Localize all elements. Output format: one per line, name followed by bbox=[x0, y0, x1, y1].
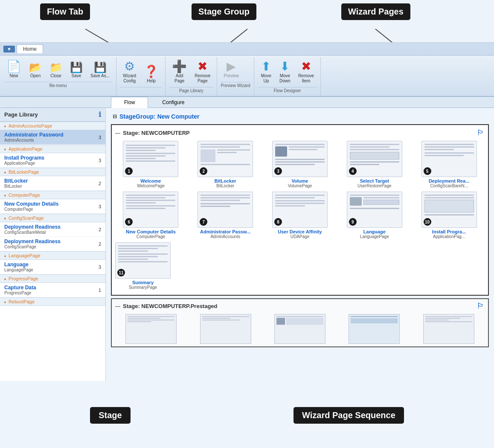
page-wrapper: Flow Tab Stage Group Wizard Pages ▼ Home… bbox=[0, 0, 494, 448]
page-card-10[interactable]: 10 Install Progra... ApplicationPag... bbox=[413, 192, 485, 239]
sidebar-item-admin-pwd[interactable]: Administrator Password AdminAccounts 3 bbox=[0, 130, 105, 145]
sidebar-category-computer[interactable]: ComputerPage bbox=[0, 191, 105, 199]
sidebar-item-bitlocker[interactable]: BitLocker BitLocker 2 bbox=[0, 176, 105, 191]
quick-access-btn[interactable]: ▼ bbox=[3, 46, 15, 52]
open-button[interactable]: 📂 Open bbox=[26, 61, 45, 80]
page-thumb-11: 11 bbox=[115, 242, 171, 279]
open-icon: 📂 bbox=[29, 62, 42, 73]
remove-item-label: RemoveItem bbox=[298, 73, 314, 84]
info-icon[interactable]: ℹ bbox=[99, 111, 101, 119]
preview-button[interactable]: ▶ Preview bbox=[221, 59, 242, 80]
sidebar-category-bitlocker[interactable]: BitLockerPage bbox=[0, 168, 105, 176]
page-card-4[interactable]: 4 Select Target UserRestorePage bbox=[339, 141, 410, 188]
stage-2-collapse-btn[interactable]: — bbox=[115, 303, 120, 309]
page-card-7[interactable]: 7 Administrator Passw... AdminAccounts bbox=[190, 192, 261, 239]
move-up-button[interactable]: ⬆ MoveUp bbox=[258, 59, 275, 85]
sidebar-category-progress[interactable]: ProgressPage bbox=[0, 274, 105, 283]
sidebar-item-deploy-ready-1[interactable]: Deployment Readiness ConfigScanBareMetal… bbox=[0, 222, 105, 237]
wizard-config-group-label bbox=[120, 87, 162, 94]
preview-buttons: ▶ Preview bbox=[221, 59, 250, 80]
sidebar-item-capture-data[interactable]: Capture Data ProgressPage 1 bbox=[0, 283, 105, 297]
sidebar-item-deploy-ready-2[interactable]: Deployment Readiness ConfigScanPage 2 bbox=[0, 237, 105, 251]
sidebar-category-app-label: ApplicationPage bbox=[9, 146, 43, 151]
sidebar-category-language[interactable]: LanguagePage bbox=[0, 251, 105, 260]
page-card-1[interactable]: 1 Welcome WelcomePage bbox=[115, 141, 186, 188]
sidebar: Page Library ℹ AdminAccountsPage Adminis… bbox=[0, 108, 106, 381]
home-tab-btn[interactable]: Home bbox=[17, 44, 43, 53]
move-up-icon: ⬆ bbox=[261, 61, 271, 73]
page-sub-4: UserRestorePage bbox=[357, 183, 391, 188]
wizard-config-icon: ⚙ bbox=[124, 61, 135, 73]
page-thumb-6: 6 bbox=[123, 192, 178, 228]
sidebar-category-admin-label: AdminAccountsPage bbox=[9, 123, 52, 128]
move-down-button[interactable]: ⬇ MoveDown bbox=[276, 59, 293, 85]
prestaged-page-2[interactable] bbox=[189, 314, 261, 344]
page-card-3[interactable]: 3 Volume VolumePage bbox=[264, 141, 336, 188]
remove-item-button[interactable]: ✖ RemoveItem bbox=[295, 59, 317, 85]
page-card-9[interactable]: 9 Language LanguagePage bbox=[339, 192, 410, 239]
save-icon: 💾 bbox=[70, 62, 83, 73]
page-thumb-10: 10 bbox=[421, 192, 477, 228]
sidebar-category-bitlocker-label: BitLockerPage bbox=[9, 169, 39, 175]
save-label: Save bbox=[72, 73, 81, 79]
configure-tab[interactable]: Configure bbox=[149, 97, 198, 108]
flow-tab[interactable]: Flow bbox=[111, 97, 148, 108]
add-page-icon: ➕ bbox=[172, 61, 187, 73]
remove-page-button[interactable]: ✖ RemovePage bbox=[192, 59, 213, 85]
help-button[interactable]: ❓ Help bbox=[141, 64, 162, 85]
page-library-group: ➕ AddPage ✖ RemovePage Page Library bbox=[166, 57, 217, 96]
prestaged-page-3[interactable] bbox=[264, 314, 336, 344]
page-sub-6: ComputerPage bbox=[137, 234, 165, 239]
add-page-button[interactable]: ➕ AddPage bbox=[169, 59, 190, 85]
prestaged-page-4[interactable] bbox=[338, 314, 410, 344]
sidebar-category-admin[interactable]: AdminAccountsPage bbox=[0, 122, 105, 130]
page-name-11: Summary bbox=[132, 280, 154, 285]
page-num-9: 9 bbox=[349, 218, 357, 226]
sidebar-item-install-prog[interactable]: Install Programs ApplicationPage 3 bbox=[0, 153, 105, 168]
page-name-1: Welcome bbox=[140, 178, 161, 183]
sidebar-category-app[interactable]: ApplicationPage bbox=[0, 145, 105, 153]
sidebar-item-admin-sub: AdminAccounts bbox=[4, 138, 97, 143]
close-button[interactable]: 📁 Close bbox=[46, 61, 65, 80]
wizard-config-button[interactable]: ⚙ WizardConfig bbox=[120, 59, 139, 85]
save-as-button[interactable]: 💾 Save As... bbox=[87, 61, 113, 80]
collapse-stagegroup-btn[interactable]: ⊟ bbox=[113, 113, 117, 119]
sidebar-item-bl-count: 2 bbox=[99, 181, 101, 186]
sidebar-category-config[interactable]: ConfigScanPage bbox=[0, 214, 105, 222]
prestaged-thumb-1 bbox=[125, 314, 177, 344]
sidebar-item-prog-info: Capture Data ProgressPage bbox=[4, 285, 97, 295]
content-area[interactable]: ⊟ StageGroup: New Computer — Stage: NEWC… bbox=[106, 108, 494, 381]
wizard-config-buttons: ⚙ WizardConfig ❓ Help bbox=[120, 59, 162, 85]
sidebar-item-bl-name: BitLocker bbox=[4, 178, 97, 184]
sidebar-item-dr1-sub: ConfigScanBareMetal bbox=[4, 230, 97, 235]
sidebar-item-comp-count: 3 bbox=[99, 204, 101, 209]
save-as-label: Save As... bbox=[90, 73, 110, 79]
file-menu-label: file-menu bbox=[3, 82, 113, 89]
stage-group-label: Stage Group bbox=[192, 3, 256, 20]
sidebar-item-prog-name: Capture Data bbox=[4, 285, 97, 291]
svg-line-2 bbox=[375, 29, 392, 42]
page-card-11[interactable]: 11 Summary SummaryPage bbox=[115, 242, 171, 290]
page-card-8[interactable]: 8 User Device Affinity UDAPage bbox=[264, 192, 336, 239]
remove-item-icon: ✖ bbox=[301, 61, 311, 73]
page-card-2[interactable]: 2 BitLocker BitLocker bbox=[190, 141, 261, 188]
sidebar-item-new-comp[interactable]: New Computer Details ComputerPage 3 bbox=[0, 199, 105, 214]
sidebar-category-reboot[interactable]: RebootPage bbox=[0, 297, 105, 306]
save-button[interactable]: 💾 Save bbox=[67, 61, 86, 80]
prestaged-page-5[interactable] bbox=[413, 314, 485, 344]
sidebar-item-dr1-name: Deployment Readiness bbox=[4, 224, 97, 230]
remove-page-label: RemovePage bbox=[195, 73, 210, 84]
page-card-5[interactable]: 5 Deployment Rea... ConfigScanBareN... bbox=[413, 141, 485, 188]
ribbon: 📄 New 📂 Open 📁 Close 💾 Save 💾 Sav bbox=[0, 55, 494, 97]
page-name-10: Install Progra... bbox=[432, 229, 466, 234]
stage-1-header: — Stage: NEWCOMPUTERP 🏳 bbox=[115, 128, 485, 137]
sidebar-item-language[interactable]: Language LanguagePage 3 bbox=[0, 260, 105, 274]
prestaged-thumb-3 bbox=[274, 314, 325, 344]
prestaged-page-1[interactable] bbox=[115, 314, 187, 344]
sidebar-item-prog-count: 1 bbox=[99, 288, 101, 293]
new-button[interactable]: 📄 New bbox=[3, 59, 24, 80]
stage-1-collapse-btn[interactable]: — bbox=[115, 130, 120, 136]
page-name-7: Administrator Passw... bbox=[200, 229, 250, 234]
prestaged-thumb-5 bbox=[423, 314, 474, 344]
page-card-6[interactable]: 6 New Computer Details ComputerPage bbox=[115, 192, 186, 239]
